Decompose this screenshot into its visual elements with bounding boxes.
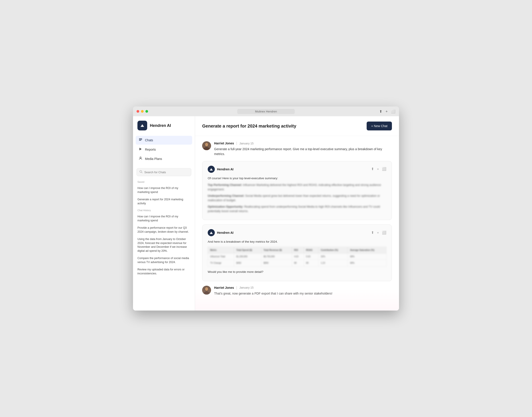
ai-card-header-1: Hendren AI ⬆ ＋ ⬜ bbox=[208, 166, 386, 173]
history-label: Chat History bbox=[133, 207, 195, 213]
cell-revenue-1: $890 bbox=[261, 260, 292, 266]
ai-card-actions-2: ⬆ ＋ ⬜ bbox=[371, 230, 386, 235]
minimize-button[interactable] bbox=[141, 110, 144, 113]
metrics-table-wrapper: Metric Total Spend ($) Total Revenue ($)… bbox=[208, 247, 386, 266]
search-box[interactable] bbox=[137, 168, 191, 176]
history-item-2[interactable]: Using the data from January to October 2… bbox=[133, 236, 195, 255]
reports-icon bbox=[138, 147, 143, 152]
message-divider-1: | bbox=[236, 141, 237, 145]
history-item-3[interactable]: Compare the performance of social media … bbox=[133, 255, 195, 266]
close-button[interactable] bbox=[137, 110, 139, 113]
add-response-icon-1[interactable]: ＋ bbox=[376, 167, 380, 171]
nav-section: Chats Reports bbox=[133, 136, 195, 164]
sidebar-logo: Hendren AI bbox=[133, 121, 195, 136]
bullet-item-2: Optimization Opportunity: Reallocating s… bbox=[208, 205, 386, 213]
titlebar: Mutinex Hendren ⬆ ＋ ⬜ bbox=[133, 106, 399, 116]
search-input[interactable] bbox=[144, 171, 188, 174]
app-name: Hendren AI bbox=[150, 123, 171, 128]
cell-roi-0: 4.63 bbox=[292, 253, 304, 260]
col-header-roas: ROAS bbox=[304, 247, 318, 253]
main-header: Generate a report for 2024 marketing act… bbox=[195, 116, 399, 136]
add-response-icon-2[interactable]: ＋ bbox=[376, 230, 380, 235]
message-text-2: That's great, now generate a PDF export … bbox=[214, 291, 392, 296]
svg-point-4 bbox=[140, 157, 141, 158]
chat-title: Generate a report for 2024 marketing act… bbox=[202, 124, 296, 129]
cell-roas-1: 89 bbox=[304, 260, 318, 266]
col-header-saturation: Average Saturation (%) bbox=[348, 247, 386, 253]
add-tab-icon[interactable]: ＋ bbox=[385, 109, 388, 114]
history-item-1[interactable]: Provide a performance report for our Q3 … bbox=[133, 224, 195, 236]
message-author-1: Harriet Jones bbox=[214, 142, 234, 145]
sidebar: Hendren AI Chats bbox=[133, 116, 195, 311]
chats-label: Chats bbox=[145, 138, 153, 142]
user-avatar-1 bbox=[202, 141, 211, 150]
message-text-1: Generate a full-year 2024 marketing perf… bbox=[214, 147, 392, 156]
ai-name-1: Hendren AI bbox=[217, 167, 233, 171]
ai-card-title-area-2: Hendren AI bbox=[208, 229, 233, 236]
ai-card-title-area-1: Hendren AI bbox=[208, 166, 233, 173]
user-message-2: Harriet Jones | January 15 That's great,… bbox=[202, 286, 392, 296]
share-response-icon-1[interactable]: ⬆ bbox=[371, 167, 374, 171]
metrics-table: Metric Total Spend ($) Total Revenue ($)… bbox=[208, 247, 386, 266]
bullet-item-1: Underperforming Channel: Social Media sp… bbox=[208, 194, 386, 202]
sidebar-toggle-icon[interactable]: ⬜ bbox=[391, 109, 395, 114]
sidebar-item-chats[interactable]: Chats bbox=[136, 136, 192, 145]
svg-line-6 bbox=[142, 172, 142, 173]
avatar-image-1 bbox=[202, 141, 211, 150]
cell-sat-0: 68% bbox=[348, 253, 386, 260]
share-response-icon-2[interactable]: ⬆ bbox=[371, 230, 374, 235]
cell-revenue-0: $6,750,000 bbox=[261, 253, 292, 260]
message-meta-1: Harriet Jones | January 15 bbox=[214, 141, 392, 145]
col-header-roi: ROI bbox=[292, 247, 304, 253]
history-item-0[interactable]: How can I improve the ROI of my marketin… bbox=[133, 213, 195, 224]
ai-card-actions-1: ⬆ ＋ ⬜ bbox=[371, 167, 386, 171]
search-icon bbox=[140, 170, 142, 174]
ai-name-2: Hendren AI bbox=[217, 231, 233, 234]
col-header-contribution: Contribution (%) bbox=[319, 247, 348, 253]
chat-messages[interactable]: Harriet Jones | January 15 Generate a fu… bbox=[195, 136, 399, 311]
ai-card-body-1: Of course! Here is your top level-execut… bbox=[208, 176, 386, 213]
ai-intro-1: Of course! Here is your top level-execut… bbox=[208, 176, 386, 181]
history-item-4[interactable]: Review my uploaded data for errors or in… bbox=[133, 266, 195, 277]
saved-item-0[interactable]: How can I improve the ROI of my marketin… bbox=[133, 185, 195, 196]
svg-marker-3 bbox=[140, 148, 142, 150]
table-row-1: TV Change $450 $890 89 89 1.23 68% bbox=[208, 260, 386, 266]
svg-point-10 bbox=[205, 143, 208, 146]
message-content-1: Harriet Jones | January 15 Generate a fu… bbox=[214, 141, 392, 156]
cell-metric-0: Influencer Total bbox=[208, 253, 234, 260]
message-divider-2: | bbox=[236, 286, 237, 290]
avatar-image-2 bbox=[202, 286, 211, 295]
message-date-1: January 15 bbox=[239, 142, 254, 145]
copy-response-icon-2[interactable]: ⬜ bbox=[382, 230, 386, 235]
message-meta-2: Harriet Jones | January 15 bbox=[214, 286, 392, 290]
cell-sat-1: 68% bbox=[348, 260, 386, 266]
cell-contrib-0: 32% bbox=[319, 253, 348, 260]
ai-avatar-2 bbox=[208, 229, 215, 236]
saved-item-1[interactable]: Generate a report for 2024 marketing act… bbox=[133, 196, 195, 207]
reports-label: Reports bbox=[145, 148, 156, 151]
ai-intro-2: And here is a breakdown of the key metri… bbox=[208, 239, 386, 244]
media-plans-label: Media Plans bbox=[145, 157, 162, 161]
col-header-spend: Total Spend ($) bbox=[234, 247, 261, 253]
col-header-metric: Metric bbox=[208, 247, 234, 253]
ai-avatar-1 bbox=[208, 166, 215, 173]
cell-contrib-1: 1.23 bbox=[319, 260, 348, 266]
window-title: Mutinex Hendren bbox=[237, 109, 295, 114]
sidebar-item-reports[interactable]: Reports bbox=[136, 145, 192, 154]
cell-metric-1: TV Change bbox=[208, 260, 234, 266]
search-section bbox=[133, 166, 195, 179]
media-plans-icon bbox=[138, 156, 143, 161]
sidebar-item-media-plans[interactable]: Media Plans bbox=[136, 154, 192, 163]
message-content-2: Harriet Jones | January 15 That's great,… bbox=[214, 286, 392, 296]
message-date-2: January 15 bbox=[239, 286, 254, 289]
ai-card-header-2: Hendren AI ⬆ ＋ ⬜ bbox=[208, 229, 386, 236]
svg-rect-2 bbox=[139, 140, 141, 141]
copy-response-icon-1[interactable]: ⬜ bbox=[382, 167, 386, 171]
maximize-button[interactable] bbox=[145, 110, 148, 113]
share-icon[interactable]: ⬆ bbox=[379, 109, 382, 114]
main-content: Generate a report for 2024 marketing act… bbox=[195, 116, 399, 311]
app-window: Mutinex Hendren ⬆ ＋ ⬜ Hendren AI bbox=[133, 106, 399, 311]
app-body: Hendren AI Chats bbox=[133, 116, 399, 311]
new-chat-button[interactable]: + New Chat bbox=[367, 122, 392, 130]
ai-response-1: Hendren AI ⬆ ＋ ⬜ Of course! Here is your… bbox=[202, 161, 392, 220]
